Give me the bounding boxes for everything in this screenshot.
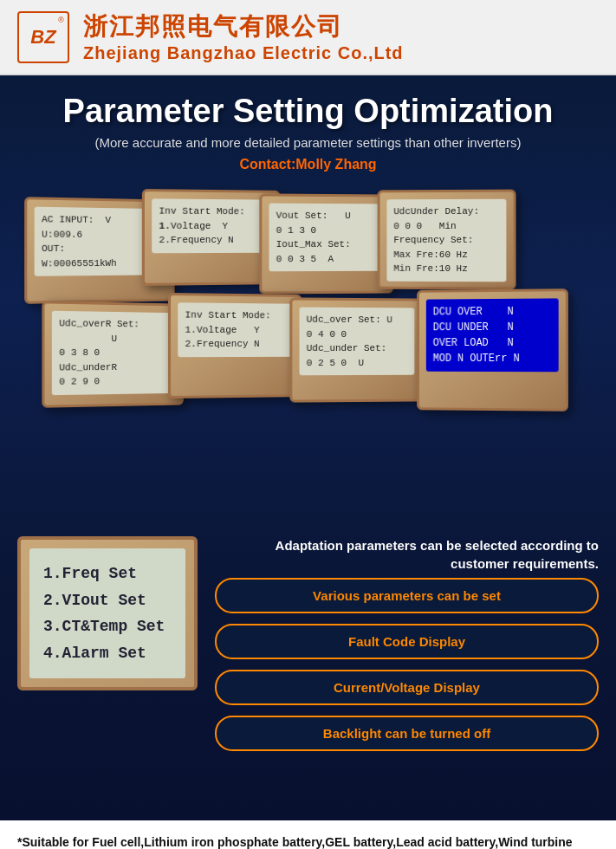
- page-subtitle: (More accurate and more detailed paramet…: [17, 135, 599, 150]
- screen-inner-2: Inv Start Mode: 1.Voltage Y 2.Frequency …: [152, 198, 271, 252]
- lcd-display: 1.Freq Set 2.VIout Set 3.CT&Temp Set 4.A…: [17, 536, 198, 690]
- page-title: Parameter Setting Optimization: [17, 93, 599, 130]
- main-content: Parameter Setting Optimization (More acc…: [0, 75, 616, 820]
- bottom-section: 1.Freq Set 2.VIout Set 3.CT&Temp Set 4.A…: [17, 536, 599, 751]
- screens-container: AC INPUT: V U:009.6 OUT: W:00065551kWh I…: [17, 190, 599, 519]
- screen-panel-6: Inv Start Mode: 1.Voltage Y 2.Frequency …: [168, 293, 302, 399]
- screen-inner-8: DCU OVER N DCU UNDER N OVER LOAD N MOD N…: [426, 298, 559, 372]
- btn-backlight[interactable]: Backlight can be turned off: [215, 716, 599, 751]
- company-english: Zhejiang Bangzhao Electric Co.,Ltd: [83, 43, 404, 63]
- screen-panel-8: DCU OVER N DCU UNDER N OVER LOAD N MOD N…: [417, 288, 568, 412]
- screen-panel-4: UdcUnder Delay: 0 0 0 Min Frequency Set:…: [378, 190, 516, 290]
- contact-line: Contact:Molly Zhang: [17, 157, 599, 172]
- screen-inner-6: Inv Start Mode: 1.Voltage Y 2.Frequency …: [178, 302, 293, 356]
- btn-various-params[interactable]: Various parameters can be set: [215, 578, 599, 613]
- adaptation-text: Adaptation parameters can be selected ac…: [215, 536, 599, 573]
- company-chinese: 浙江邦照电气有限公司: [83, 10, 404, 43]
- screen-inner-3: Vout Set: U 0 1 3 0 Iout_Max Set: 0 0 3 …: [269, 204, 385, 272]
- screen-inner-4: UdcUnder Delay: 0 0 0 Min Frequency Set:…: [386, 199, 506, 282]
- btn-current-voltage[interactable]: Current/Voltage Display: [215, 670, 599, 705]
- logo-registered: ®: [58, 16, 64, 24]
- header: BZ ® 浙江邦照电气有限公司 Zhejiang Bangzhao Electr…: [0, 0, 616, 75]
- screen-panel-5: Udc_overR Set: U 0 3 8 0 Udc_underR 0 2 …: [42, 301, 184, 408]
- company-name: 浙江邦照电气有限公司 Zhejiang Bangzhao Electric Co…: [83, 10, 404, 63]
- screen-panel-7: Udc_over Set: U 0 4 0 0 Udc_under Set: 0…: [289, 297, 424, 402]
- screen-panel-3: Vout Set: U 0 1 3 0 Iout_Max Set: 0 0 3 …: [259, 193, 393, 294]
- footer-note: *Suitable for Fuel cell,Lithium iron pho…: [17, 833, 599, 849]
- right-column: Adaptation parameters can be selected ac…: [215, 536, 599, 751]
- screen-inner-5: Udc_overR Set: U 0 3 8 0 Udc_underR 0 2 …: [52, 311, 175, 395]
- logo-box: BZ ®: [17, 11, 69, 63]
- buttons-panel: Various parameters can be set Fault Code…: [215, 578, 599, 751]
- logo-letters: BZ: [30, 26, 55, 49]
- lcd-menu: 1.Freq Set 2.VIout Set 3.CT&Temp Set 4.A…: [29, 548, 185, 678]
- screen-inner-7: Udc_over Set: U 0 4 0 0 Udc_under Set: 0…: [300, 308, 415, 376]
- footer: *Suitable for Fuel cell,Lithium iron pho…: [0, 820, 616, 849]
- btn-fault-code[interactable]: Fault Code Display: [215, 624, 599, 659]
